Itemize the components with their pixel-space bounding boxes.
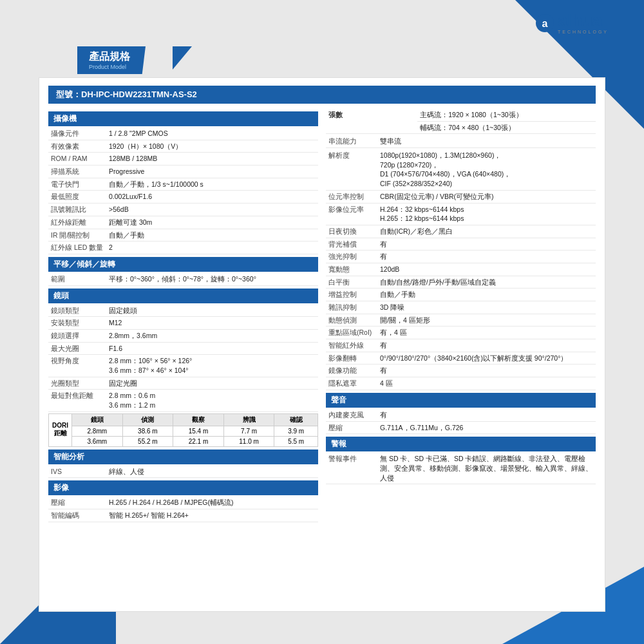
table-row: 位元率控制 CBR(固定位元率) / VBR(可變位元率) [326,190,596,203]
video-table: 壓縮 H.265 / H.264 / H.264B / MJPEG(輔碼流) 智… [48,497,318,522]
frames-label: 張數 [326,109,417,134]
table-row: 訊號雜訊比 >56dB [48,204,318,216]
table-row: 影像位元率 H.264：32 kbps~6144 kbps H.265：12 k… [326,203,596,225]
label: 訊號雜訊比 [48,204,106,216]
table-row: 日夜切換 自動(ICR)／彩色／黑白 [326,225,596,238]
stream-table: 串流能力 雙串流 [326,135,596,148]
value: 固定光圈 [106,377,318,390]
label: 電子快門 [48,178,106,191]
label: 光圈類型 [48,377,106,390]
value: 智能 H.265+/ 智能 H.264+ [106,509,318,522]
audio-table: 內建麥克風 有 壓縮 G.711A，G.711Mu，G.726 [326,409,596,434]
table-row: 紅外線距離 距離可達 30m [48,216,318,229]
label: 解析度 [326,149,377,190]
table-row: 重點區域(RoI) 有，4 區 [326,327,596,339]
right-main-table: 解析度 1080p(1920×1080)，1.3M(1280×960)， 720… [326,149,596,390]
label: 增益控制 [326,289,377,301]
value: 有 [377,339,596,352]
table-row: 智能編碼 智能 H.265+/ 智能 H.264+ [48,509,318,522]
table-row: 白平衡 自動/自然/路燈/戶外/手動/區域自定義 [326,276,596,289]
value: 自動／手動 [106,229,318,242]
table-row: 背光補償 有 [326,238,596,251]
section-camera: 攝像機 [48,111,318,126]
table-row: 最低照度 0.002Lux/F1.6 [48,191,318,204]
value: 平移：0°~360°，傾斜：0°~78°，旋轉：0°~360° [106,273,318,285]
label: 日夜切換 [326,225,377,238]
table-row: 影像翻轉 0°/90°/180°/270°（3840×2160(含)以下解析度支… [326,352,596,365]
label: 安裝類型 [48,317,106,330]
table-row: 視野角度 2.8 mm：106° × 56° × 126° 3.6 mm：87°… [48,355,318,377]
value: 無 SD 卡、SD 卡已滿、SD 卡錯誤、網路斷線、非法登入、電壓檢測、安全異常… [377,453,596,484]
logo-area: a alhua TECHNOLOGY [535,12,609,34]
value: 0°/90°/180°/270°（3840×2160(含)以下解析度支援 90°… [377,352,596,365]
logo-subtext: TECHNOLOGY [558,30,609,34]
table-row: 智能紅外線 有 [326,339,596,352]
table-row: 壓縮 G.711A，G.711Mu，G.726 [326,421,596,434]
dori-label: DORI距離 [49,413,72,446]
frames-header-row: 張數 主碼流：1920 × 1080（1~30張） [326,109,596,121]
value: 固定鏡頭 [106,305,318,317]
label: 最低照度 [48,191,106,204]
table-row: 鏡像功能 有 [326,365,596,377]
lens-table: 鏡頭類型 固定鏡頭 安裝類型 M12 鏡頭選擇 2.8mm，3.6mm 最大光圈… [48,305,318,412]
table-row: 增益控制 自動／手動 [326,289,596,301]
value: 有 [377,251,596,263]
label: 智能紅外線 [326,339,377,352]
value: 1920（H）× 1080（V） [106,140,318,153]
section-alarm: 警報 [326,437,596,451]
frames-main-value: 主碼流：1920 × 1080（1~30張） [417,109,596,121]
value: F1.6 [106,342,318,355]
label: 影像位元率 [326,203,377,225]
table-row: 隱私遮罩 4 區 [326,377,596,390]
table-row: IVS 絆線、人侵 [48,466,318,478]
value: 1080p(1920×1080)，1.3M(1280×960)， 720p (1… [377,149,596,190]
table-row: 光圈類型 固定光圈 [48,377,318,390]
ptz-table: 範圍 平移：0°~360°，傾斜：0°~78°，旋轉：0°~360° [48,273,318,286]
table-row: 動態偵測 開/關，4 區矩形 [326,314,596,327]
table-row: ROM / RAM 128MB / 128MB [48,153,318,166]
value: 有，4 區 [377,327,596,339]
table-row: 電子快門 自動／手動，1/3 s~1/100000 s [48,178,318,191]
label: 視野角度 [48,355,106,377]
label: 位元率控制 [326,190,377,203]
label: 雜訊抑制 [326,301,377,314]
label: 攝像元件 [48,128,106,140]
label: 智能編碼 [48,509,106,522]
section-lens: 鏡頭 [48,289,318,303]
model-header: 型號：DH-IPC-HDW2231TMN-AS-S2 [48,86,596,104]
table-row: 雜訊抑制 3D 降噪 [326,301,596,314]
frames-table: 張數 主碼流：1920 × 1080（1~30張） 輔碼流：704 × 480（… [326,109,596,134]
label: IVS [48,466,106,478]
label: 內建麥克風 [326,409,377,421]
label: 最大光圈 [48,342,106,355]
logo-text: alhua [558,12,609,30]
label: 紅外線 LED 數量 [48,242,106,254]
table-row: 掃描系統 Progressive [48,166,318,178]
value: 自動／手動，1/3 s~1/100000 s [106,178,318,191]
dori-row-2: 3.6mm 55.2 m 22.1 m 11.0 m 5.5 m [49,436,318,446]
label: 串流能力 [326,135,377,147]
table-row: 鏡頭選擇 2.8mm，3.6mm [48,329,318,342]
label: IR 開/關控制 [48,229,106,242]
label: 最短對焦距離 [48,390,106,412]
value: 絆線、人侵 [106,466,318,478]
table-row: 最短對焦距離 2.8 mm：0.6 m 3.6 mm：1.2 m [48,390,318,412]
label: 壓縮 [48,497,106,509]
label: 鏡頭類型 [48,305,106,317]
frames-sub-value: 輔碼流：704 × 480（1~30張） [417,121,596,134]
value: 2 [106,242,318,254]
value: 0.002Lux/F1.6 [106,191,318,204]
label: 範圍 [48,273,106,285]
value: 1 / 2.8 "2MP CMOS [106,128,318,140]
value: M12 [106,317,318,330]
label: 掃描系統 [48,166,106,178]
left-column: 攝像機 攝像元件 1 / 2.8 "2MP CMOS 有效像素 1920（H）×… [48,109,318,607]
label: 鏡像功能 [326,365,377,377]
value: 2.8 mm：0.6 m 3.6 mm：1.2 m [106,390,318,412]
table-row: 最大光圈 F1.6 [48,342,318,355]
label: 背光補償 [326,238,377,251]
value: G.711A，G.711Mu，G.726 [377,421,596,434]
label: ROM / RAM [48,153,106,166]
table-row: 壓縮 H.265 / H.264 / H.264B / MJPEG(輔碼流) [48,497,318,509]
label: 動態偵測 [326,314,377,327]
